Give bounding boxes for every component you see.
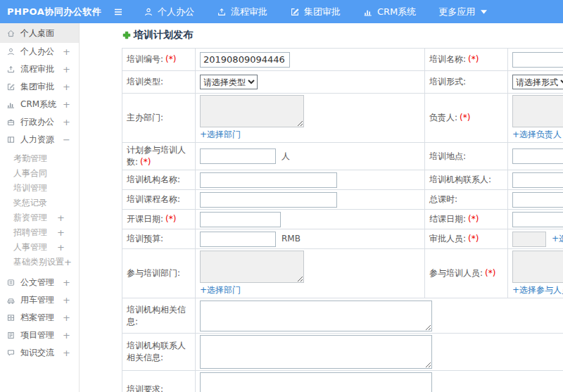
sidebar-subitem-salary-mgmt[interactable]: 薪资管理 + bbox=[0, 210, 79, 225]
form-row: 培训课程名称: 总课时: bbox=[122, 190, 563, 210]
add-plus-icon bbox=[122, 30, 132, 40]
form-row: 培训机构联系人相关信息: bbox=[122, 334, 563, 371]
sidebar-subitem-training-mgmt[interactable]: 培训管理 bbox=[0, 181, 79, 196]
form-row: 计划参与培训人数:(*) 人 培训地点: bbox=[122, 143, 563, 170]
sidebar-subitem-recruit-mgmt[interactable]: 招聘管理 + bbox=[0, 225, 79, 240]
join-people-textarea[interactable] bbox=[512, 251, 563, 283]
sidebar-subitem-attendance[interactable]: 考勤管理 bbox=[0, 151, 79, 166]
sidebar-item-personal-office[interactable]: 个人办公 + bbox=[0, 43, 79, 61]
form-row: 参与培训部门: +选择部门 参与培训人员:(*) +选择参与人员 bbox=[122, 249, 563, 298]
sidebar-item-group-approval[interactable]: 集团审批 + bbox=[0, 78, 79, 96]
field-label: 培训机构联系人: bbox=[429, 175, 491, 184]
field-label: 培训名称: bbox=[429, 54, 466, 64]
training-name-input[interactable] bbox=[512, 52, 563, 68]
required-mark: (*) bbox=[140, 157, 151, 167]
nav-group-approval[interactable]: 集团审批 bbox=[290, 6, 341, 18]
training-no-input[interactable] bbox=[200, 52, 290, 68]
book-icon bbox=[6, 135, 15, 144]
top-navigation: 个人办公 流程审批 集团审批 CRM系统 更多应用 bbox=[144, 6, 487, 18]
sidebar-item-knowledge-exchange[interactable]: 知识交流 + bbox=[0, 344, 79, 362]
select-dept-link[interactable]: +选择部门 bbox=[200, 129, 241, 141]
select-approver-link[interactable]: +选择审批人员 bbox=[552, 234, 563, 244]
nav-crm-system[interactable]: CRM系统 bbox=[363, 6, 416, 18]
requirements-textarea[interactable] bbox=[200, 372, 432, 392]
sidebar-subitem-personnel-mgmt[interactable]: 人事管理 + bbox=[0, 240, 79, 255]
sidebar: 个人桌面 个人办公 + 流程审批 + 集团审批 + bbox=[0, 23, 80, 392]
host-dept-textarea[interactable] bbox=[200, 95, 304, 127]
total-hours-input[interactable] bbox=[512, 192, 563, 208]
location-input[interactable] bbox=[512, 148, 563, 164]
org-contact-info-textarea[interactable] bbox=[200, 335, 432, 369]
clipboard-icon bbox=[6, 331, 15, 340]
sidebar-item-vehicle-mgmt[interactable]: 用车管理 + bbox=[0, 291, 79, 309]
page-title: 培训计划发布 bbox=[122, 29, 563, 42]
field-label: 负责人: bbox=[429, 113, 457, 122]
form-row: 培训类型: 请选择类型 培训形式: 请选择形式 bbox=[122, 71, 563, 94]
caret-down-icon bbox=[481, 10, 487, 14]
field-label: 培训机构名称: bbox=[127, 175, 180, 184]
org-contact-input[interactable] bbox=[512, 172, 563, 188]
planned-count-input[interactable] bbox=[200, 148, 276, 164]
sidebar-item-crm[interactable]: CRM系统 + bbox=[0, 96, 79, 113]
end-date-input[interactable] bbox=[512, 212, 563, 227]
main-content: 培训计划发布 培训编号:(*) 培训名称:(*) 培训类型: 请选择类型 培训形… bbox=[80, 23, 563, 392]
archive-icon bbox=[6, 313, 15, 322]
org-info-textarea[interactable] bbox=[200, 301, 432, 331]
form-row: 培训要求: bbox=[122, 371, 563, 392]
training-form-select[interactable]: 请选择形式 bbox=[512, 75, 563, 89]
car-icon bbox=[6, 296, 15, 305]
field-label: 开课日期: bbox=[127, 214, 163, 224]
sidebar-subitem-reward-records[interactable]: 奖惩记录 bbox=[0, 196, 79, 210]
nav-workflow-approval[interactable]: 流程审批 bbox=[217, 6, 267, 18]
nav-personal-office[interactable]: 个人办公 bbox=[144, 6, 194, 18]
app-logo: PHPOA协同办公软件 bbox=[0, 6, 106, 18]
sidebar-item-desktop[interactable]: 个人桌面 bbox=[0, 23, 79, 43]
bar-chart-icon bbox=[6, 100, 15, 109]
training-type-select[interactable]: 请选择类型 bbox=[200, 75, 258, 89]
start-date-input[interactable] bbox=[200, 212, 281, 227]
edit-icon bbox=[6, 82, 15, 91]
edit-icon bbox=[290, 7, 300, 17]
sidebar-hr-submenu: 考勤管理 人事合同 培训管理 奖惩记录 薪资管理 + bbox=[0, 151, 79, 270]
field-label: 培训机构相关信息: bbox=[127, 305, 186, 327]
sidebar-item-official-docs[interactable]: 公文管理 + bbox=[0, 274, 79, 291]
sidebar-item-admin-office[interactable]: 行政办公 + bbox=[0, 113, 79, 131]
sidebar-subitem-hr-contract[interactable]: 人事合同 bbox=[0, 166, 79, 181]
sidebar-main-menu: 个人桌面 个人办公 + 流程审批 + 集团审批 + bbox=[0, 23, 79, 148]
field-label: 培训形式: bbox=[429, 77, 466, 87]
field-label: 培训编号: bbox=[127, 54, 163, 64]
form-row: 开课日期:(*) 结课日期:(*) bbox=[122, 210, 563, 229]
field-label: 总课时: bbox=[429, 194, 457, 204]
select-join-people-link[interactable]: +选择参与人员 bbox=[512, 284, 563, 296]
field-label: 培训机构联系人相关信息: bbox=[127, 341, 186, 362]
required-mark: (*) bbox=[485, 268, 495, 278]
form-row: 培训机构相关信息: bbox=[122, 298, 563, 334]
field-label: 培训课程名称: bbox=[127, 194, 180, 204]
select-leader-link[interactable]: +选择负责人 bbox=[512, 129, 562, 141]
budget-input[interactable] bbox=[200, 232, 276, 247]
sidebar-item-project-mgmt[interactable]: 项目管理 + bbox=[0, 327, 79, 344]
approver-input[interactable] bbox=[512, 232, 546, 247]
org-name-input[interactable] bbox=[200, 172, 337, 188]
bar-chart-icon bbox=[363, 7, 373, 17]
chat-icon bbox=[6, 348, 15, 358]
form-row: 培训机构名称: 培训机构联系人: bbox=[122, 170, 563, 190]
field-label: 培训要求: bbox=[127, 384, 163, 392]
select-join-dept-link[interactable]: +选择部门 bbox=[200, 284, 241, 296]
user-icon bbox=[144, 7, 153, 17]
join-dept-textarea[interactable] bbox=[200, 251, 304, 283]
nav-more-apps[interactable]: 更多应用 bbox=[438, 6, 487, 18]
sidebar-subitem-base-category[interactable]: 基础类别设置 + bbox=[0, 255, 79, 270]
page-title-text: 培训计划发布 bbox=[134, 29, 193, 42]
form-row: 主办部门: +选择部门 负责人:(*) +选择负责人 bbox=[122, 94, 563, 143]
sidebar-item-hr[interactable]: 人力资源 − bbox=[0, 131, 79, 148]
training-plan-form: 培训编号:(*) 培训名称:(*) 培训类型: 请选择类型 培训形式: 请选择形… bbox=[122, 48, 563, 392]
sidebar-item-workflow-approval[interactable]: 流程审批 + bbox=[0, 61, 79, 78]
user-icon bbox=[6, 47, 15, 56]
leader-textarea[interactable] bbox=[512, 95, 563, 127]
sidebar-item-archive-mgmt[interactable]: 档案管理 + bbox=[0, 309, 79, 327]
course-name-input[interactable] bbox=[200, 192, 337, 208]
topbar: PHPOA协同办公软件 个人办公 流程审批 集团审批 CRM系统 更多应用 bbox=[0, 0, 563, 23]
menu-toggle-icon[interactable] bbox=[113, 6, 125, 18]
required-mark: (*) bbox=[468, 54, 479, 64]
